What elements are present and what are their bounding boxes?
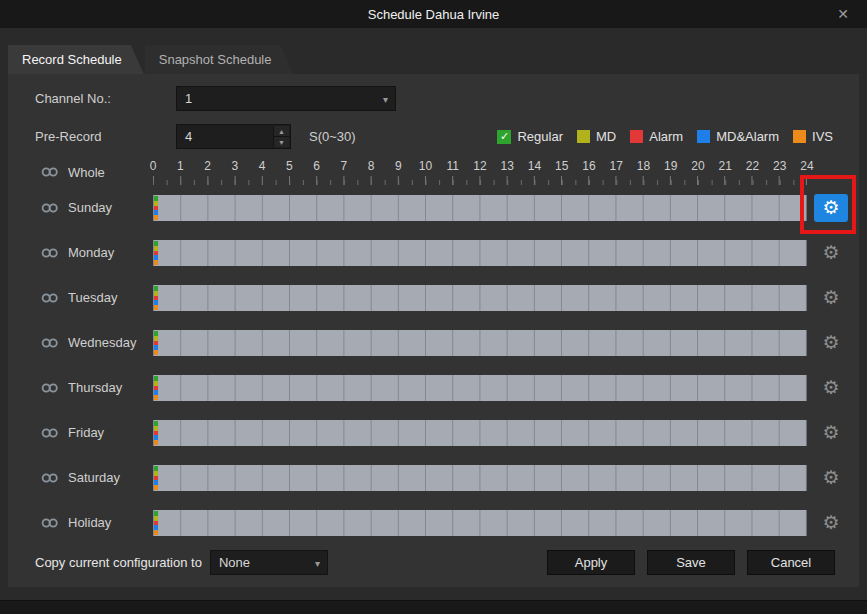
whole-label: Whole [68, 165, 105, 180]
link-icon[interactable] [41, 382, 59, 394]
gear-button[interactable]: ⚙ [814, 419, 848, 447]
link-icon[interactable] [41, 472, 59, 484]
schedule-day-row-saturday: Saturday ⚙ [35, 455, 855, 500]
hour-label: 12 [473, 159, 486, 173]
chevron-down-icon: ▾ [383, 93, 388, 104]
gear-button[interactable]: ⚙ [814, 464, 848, 492]
gear-button[interactable]: ⚙ [814, 194, 848, 222]
schedule-day-row-friday: Friday ⚙ [35, 410, 855, 455]
timeline-bar[interactable] [153, 195, 807, 221]
color-swatch-icon [697, 130, 710, 143]
legend-item: MD [577, 129, 616, 144]
gear-cell: ⚙ [807, 320, 855, 365]
day-label: Tuesday [68, 290, 117, 305]
spinner-down-icon[interactable]: ▼ [274, 137, 289, 147]
timeline-cell [153, 330, 807, 356]
close-icon[interactable]: ✕ [831, 0, 855, 28]
tab-record-schedule[interactable]: Record Schedule [8, 45, 144, 74]
legend-item: ✓ Regular [497, 129, 563, 144]
hour-label: 14 [528, 159, 541, 173]
cancel-button[interactable]: Cancel [747, 550, 835, 575]
legend-label: Alarm [649, 129, 683, 144]
timeline-cell [153, 420, 807, 446]
timeline-cell [153, 240, 807, 266]
timeline-cell [153, 285, 807, 311]
dialog-panel: Channel No.: 1 ▾ Pre-Record 4 ▲ ▼ S(0~30… [8, 74, 859, 587]
day-left: Sunday [35, 200, 153, 215]
day-label: Thursday [68, 380, 122, 395]
dialog-title: Schedule Dahua Irvine [368, 7, 500, 22]
hour-label: 23 [773, 159, 786, 173]
timeline-bar[interactable] [153, 285, 807, 311]
timeline-bar[interactable] [153, 510, 807, 536]
day-label: Holiday [68, 515, 111, 530]
day-left: Friday [35, 425, 153, 440]
gear-button[interactable]: ⚙ [814, 284, 848, 312]
day-label: Friday [68, 425, 104, 440]
hour-ruler: 0123456789101112131415161718192021222324 [153, 159, 807, 185]
gear-button[interactable]: ⚙ [814, 239, 848, 267]
legend-label: MD [596, 129, 616, 144]
gear-icon: ⚙ [822, 378, 839, 397]
day-left: Saturday [35, 470, 153, 485]
hour-label: 0 [150, 159, 157, 173]
legend-item: Alarm [630, 129, 683, 144]
legend-item: MD&Alarm [697, 129, 779, 144]
copy-config-select[interactable]: None ▾ [210, 550, 328, 575]
tab-snapshot-schedule[interactable]: Snapshot Schedule [145, 45, 294, 74]
channel-row: Channel No.: 1 ▾ [8, 86, 859, 111]
pre-record-input[interactable]: 4 ▲ ▼ [176, 124, 291, 149]
hour-label: 17 [610, 159, 623, 173]
day-left: Monday [35, 245, 153, 260]
legend-label: MD&Alarm [716, 129, 779, 144]
link-icon[interactable] [41, 247, 59, 259]
hour-label: 10 [419, 159, 432, 173]
timeline-bar[interactable] [153, 420, 807, 446]
gear-button[interactable]: ⚙ [814, 509, 848, 537]
gear-icon: ⚙ [822, 243, 839, 262]
day-label: Sunday [68, 200, 112, 215]
color-swatch-icon [630, 130, 643, 143]
day-label: Wednesday [68, 335, 136, 350]
whole-left: Whole [35, 165, 153, 180]
pre-record-label: Pre-Record [35, 129, 176, 144]
schedule-day-row-monday: Monday ⚙ [35, 230, 855, 275]
legend-item: IVS [793, 129, 833, 144]
channel-label: Channel No.: [35, 91, 176, 106]
link-icon[interactable] [41, 337, 59, 349]
pre-record-range: S(0~30) [309, 129, 356, 144]
schedule-grid: Whole 0123456789101112131415161718192021… [8, 159, 859, 545]
legend-label: Regular [517, 129, 563, 144]
apply-button[interactable]: Apply [547, 550, 635, 575]
timeline-bar[interactable] [153, 240, 807, 266]
hour-label: 1 [177, 159, 184, 173]
schedule-day-row-holiday: Holiday ⚙ [35, 500, 855, 545]
checkbox-checked-icon[interactable]: ✓ [497, 130, 511, 144]
link-icon[interactable] [41, 166, 59, 178]
day-left: Wednesday [35, 335, 153, 350]
link-icon[interactable] [41, 292, 59, 304]
gear-icon: ⚙ [822, 333, 839, 352]
color-swatch-icon [793, 130, 806, 143]
gear-cell: ⚙ [807, 275, 855, 320]
gear-cell: ⚙ [807, 455, 855, 500]
channel-select[interactable]: 1 ▾ [176, 86, 396, 111]
gear-button[interactable]: ⚙ [814, 329, 848, 357]
gear-button[interactable]: ⚙ [814, 374, 848, 402]
spinner-up-icon[interactable]: ▲ [274, 126, 289, 137]
timeline-bar[interactable] [153, 465, 807, 491]
link-icon[interactable] [41, 202, 59, 214]
schedule-day-row-wednesday: Wednesday ⚙ [35, 320, 855, 365]
hour-label: 22 [746, 159, 759, 173]
save-button[interactable]: Save [647, 550, 735, 575]
copy-config-label: Copy current configuration to [35, 555, 202, 570]
pre-record-value: 4 [185, 129, 192, 144]
channel-value: 1 [185, 91, 192, 106]
timeline-bar[interactable] [153, 375, 807, 401]
timeline-bar[interactable] [153, 330, 807, 356]
gear-icon: ⚙ [822, 468, 839, 487]
link-icon[interactable] [41, 517, 59, 529]
link-icon[interactable] [41, 427, 59, 439]
hour-label: 18 [637, 159, 650, 173]
tab-label: Record Schedule [22, 52, 122, 67]
